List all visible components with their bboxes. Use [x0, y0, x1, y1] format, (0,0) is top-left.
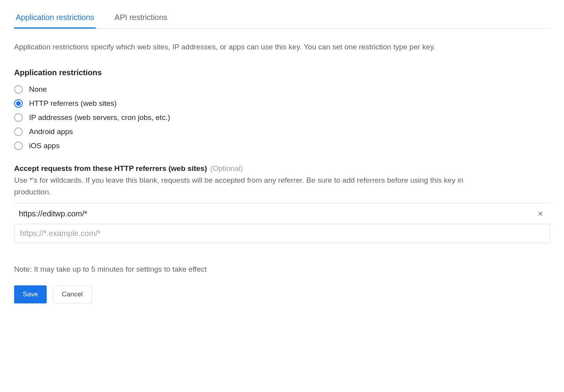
radio-circle-icon — [14, 127, 23, 136]
cancel-button[interactable]: Cancel — [53, 285, 92, 303]
add-referrer-input[interactable] — [14, 224, 550, 243]
tab-api-restrictions[interactable]: API restrictions — [113, 8, 169, 29]
radio-label: HTTP referrers (web sites) — [29, 99, 116, 108]
tabs: Application restrictions API restriction… — [14, 8, 550, 29]
remove-referrer-button[interactable] — [536, 209, 545, 218]
referrer-row: https://editwp.com/* — [14, 203, 550, 224]
radio-label: iOS apps — [29, 142, 60, 150]
save-button[interactable]: Save — [14, 285, 47, 303]
section-heading-application-restrictions: Application restrictions — [14, 68, 550, 77]
description-text: Application restrictions specify which w… — [14, 41, 465, 53]
radio-ios-apps[interactable]: iOS apps — [14, 142, 550, 150]
button-row: Save Cancel — [14, 285, 550, 303]
referrers-help-text: Use *'s for wildcards. If you leave this… — [14, 174, 493, 198]
tab-application-restrictions[interactable]: Application restrictions — [14, 8, 96, 29]
radio-label: IP addresses (web servers, cron jobs, et… — [29, 113, 170, 122]
close-icon — [537, 210, 544, 217]
radio-dot-icon — [16, 101, 21, 106]
radio-android-apps[interactable]: Android apps — [14, 127, 550, 136]
radio-ip-addresses[interactable]: IP addresses (web servers, cron jobs, et… — [14, 113, 550, 122]
note-text: Note: It may take up to 5 minutes for se… — [14, 265, 550, 274]
referrers-heading: Accept requests from these HTTP referrer… — [14, 164, 207, 172]
referrer-value: https://editwp.com/* — [19, 209, 87, 218]
radio-circle-icon — [14, 113, 23, 122]
radio-group-application-restrictions: None HTTP referrers (web sites) IP addre… — [14, 85, 550, 150]
radio-none[interactable]: None — [14, 85, 550, 94]
referrer-list: https://editwp.com/* — [14, 203, 550, 243]
optional-tag: (Optional) — [210, 164, 243, 172]
radio-circle-icon — [14, 142, 23, 150]
radio-http-referrers[interactable]: HTTP referrers (web sites) — [14, 99, 550, 108]
radio-label: Android apps — [29, 127, 73, 136]
radio-circle-icon — [14, 85, 23, 94]
radio-label: None — [29, 85, 47, 94]
radio-circle-selected-icon — [14, 99, 23, 108]
